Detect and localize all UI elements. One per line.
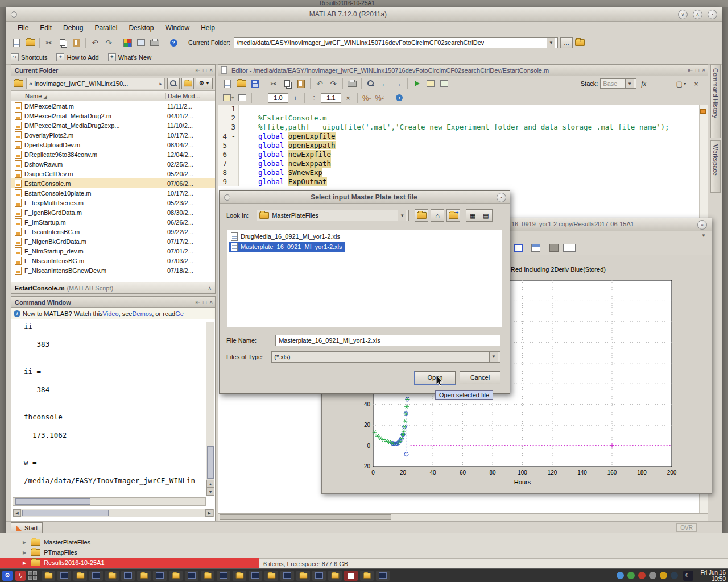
stack-combo[interactable]: Base ▼ (600, 78, 636, 89)
taskbar-window-folder-icon[interactable] (264, 571, 278, 581)
open-file-icon[interactable] (24, 36, 36, 49)
tray-icon-4[interactable] (649, 572, 656, 579)
comment-icon[interactable]: %≡ (361, 92, 373, 104)
increase-value-button[interactable]: + (289, 92, 301, 104)
file-row[interactable]: F_NIscanIntensBGnewDev.m07/18/2... (11, 265, 215, 275)
expander-icon[interactable]: ▶ (23, 560, 26, 566)
files-of-type-combo[interactable]: (*.xls) ▼ (271, 351, 500, 363)
new-folder-button[interactable]: + (446, 209, 460, 222)
scroll-left-button[interactable]: ◀ (13, 509, 21, 517)
cell-value-field-1[interactable]: 1.0 (268, 93, 288, 103)
taskbar-window-folder-icon[interactable] (201, 571, 214, 581)
up-one-level-button[interactable]: ↑ (415, 209, 428, 222)
scroll-right-button[interactable]: ▶ (205, 509, 213, 517)
close-editor-icon[interactable]: × (690, 77, 702, 90)
multiply-value-button[interactable]: × (342, 92, 354, 104)
actions-menu-button[interactable]: ⚙▼ (196, 78, 213, 89)
tab-command-history[interactable]: Command History (710, 64, 721, 138)
dock-icon[interactable]: ⇤ (196, 299, 200, 305)
file-row[interactable]: F_NImStartup_dev.m07/01/2... (11, 246, 215, 256)
code-line[interactable]: 4 - global openExpfile (218, 132, 708, 141)
vertical-scrollbar[interactable]: ▲ ▼ (206, 322, 214, 496)
file-row[interactable]: DpertsUploadDev.m08/04/2... (11, 140, 215, 149)
warning-marker[interactable] (700, 109, 706, 114)
address-combo[interactable]: « InovImager_jwrCF_WINLinx150... ▸ (26, 78, 165, 89)
taskbar-window-folder-icon[interactable] (169, 571, 183, 581)
file-row[interactable]: F_NIgenBkGrdData.m07/17/2... (11, 236, 215, 246)
copy-icon[interactable] (56, 36, 69, 49)
file-row[interactable]: DMPexcel2mat_MediaDrug2exp...11/10/2... (11, 120, 215, 130)
cut-icon[interactable]: ✂ (267, 77, 280, 90)
file-row[interactable]: F_IscanIntensBG.m09/22/2... (11, 227, 215, 236)
window-menu-icon[interactable] (11, 11, 17, 18)
tree-row[interactable]: ▶Results2016-10-25A1 (0, 558, 259, 568)
panel-icon[interactable] (563, 244, 576, 252)
file-row[interactable]: F_ImStartup.m06/26/2... (11, 217, 215, 227)
file-row[interactable]: DReplicate96to384conv.m12/04/2... (11, 149, 215, 159)
run-icon[interactable] (411, 77, 423, 90)
guide-icon[interactable] (135, 36, 147, 49)
list-view-button[interactable]: ▦ (466, 209, 479, 222)
code-line[interactable]: 7 - global newExppath (218, 159, 708, 168)
toolbar-overflow-icon[interactable]: ▼ (701, 233, 706, 238)
cut-icon[interactable]: ✂ (43, 36, 55, 49)
decrease-value-button[interactable]: − (255, 92, 267, 104)
how-to-add-shortcut[interactable]: + How to Add (56, 53, 98, 61)
taskbar-active-window[interactable] (344, 571, 358, 581)
close-icon[interactable]: × (209, 299, 213, 305)
taskbar-window-folder-icon[interactable] (137, 571, 151, 581)
restore-icon[interactable]: □ (203, 67, 206, 73)
tray-moon-icon[interactable]: ☾ (683, 571, 693, 581)
code-line[interactable]: 6 - global newExpfile (218, 150, 708, 159)
insert-cell-icon[interactable]: + (222, 92, 235, 104)
maximize-button[interactable]: ∧ (693, 10, 702, 19)
redo-icon[interactable]: ↷ (327, 77, 340, 90)
profiler-icon[interactable] (148, 36, 161, 49)
find-icon[interactable] (365, 77, 377, 90)
close-figure-button[interactable]: × (697, 220, 707, 230)
taskbar-window-folder-icon[interactable] (296, 571, 310, 581)
tray-icon-5[interactable] (660, 572, 667, 579)
expander-icon[interactable]: ▶ (23, 550, 26, 555)
command-output[interactable]: ii = 383 ii = 384 fhconsole = 173.1062 w… (13, 322, 206, 496)
dialog-menu-icon[interactable] (224, 194, 230, 201)
demos-link[interactable]: Demos (132, 310, 152, 317)
taskbar-window-terminal-icon[interactable] (249, 571, 262, 581)
undo-icon[interactable]: ↶ (89, 36, 101, 49)
command-window-header[interactable]: Command Window ⇤ □ × (11, 297, 215, 308)
file-row[interactable]: EstartConsole.m07/06/2... (11, 178, 215, 188)
dialog-titlebar[interactable]: Select input Master Plate text file × (220, 191, 510, 204)
fx-find-icon[interactable]: fx (641, 80, 646, 88)
open-file-icon[interactable] (235, 77, 247, 90)
gray-box-icon[interactable] (549, 244, 559, 252)
help-icon[interactable]: ? (167, 36, 180, 49)
browse-folder-button[interactable]: ... (560, 37, 573, 48)
menu-window[interactable]: Window (159, 23, 195, 33)
redo-icon[interactable]: ↷ (102, 36, 115, 49)
cancel-button[interactable]: Cancel (460, 371, 500, 384)
desktop-pager[interactable] (28, 571, 37, 580)
code-line[interactable]: 5 - global openExppath (218, 141, 708, 150)
tray-icon-2[interactable] (627, 572, 635, 579)
go-back-icon[interactable]: ← (378, 77, 391, 90)
print-icon[interactable] (346, 77, 358, 90)
close-button[interactable]: × (708, 10, 717, 19)
scrollbar-thumb[interactable] (220, 514, 391, 520)
dock-options-icon[interactable]: ▢▼ (674, 77, 689, 90)
file-list[interactable]: DMPexcel2mat.m11/11/2...DMPexcel2mat_Med… (11, 101, 215, 282)
open-button[interactable]: Open (415, 371, 456, 384)
divide-value-button[interactable]: ÷ (308, 92, 320, 104)
code-line[interactable]: 9 - global ExpOutmat (218, 177, 708, 186)
taskbar-window-terminal-icon[interactable] (312, 571, 326, 581)
taskbar-window-terminal-icon[interactable] (376, 571, 390, 581)
file-row[interactable]: F_IexpMultiTseries.m05/23/2... (11, 198, 215, 207)
file-row[interactable]: F_NIscanIntensBG.m07/03/2... (11, 256, 215, 265)
look-in-combo[interactable]: MasterPlateFiles ▼ (257, 210, 409, 221)
editor-header[interactable]: Editor - /media/data/EASY/InovImager_jwr… (218, 65, 708, 76)
copy-icon[interactable] (281, 77, 293, 90)
taskbar-window-terminal-icon[interactable] (185, 571, 198, 581)
search-button[interactable] (167, 78, 180, 89)
file-row[interactable]: DshowRaw.m02/25/2... (11, 159, 215, 169)
file-row[interactable]: F_IgenBkGrdData.m08/30/2... (11, 207, 215, 217)
dock-icon[interactable]: ⇤ (688, 67, 693, 73)
